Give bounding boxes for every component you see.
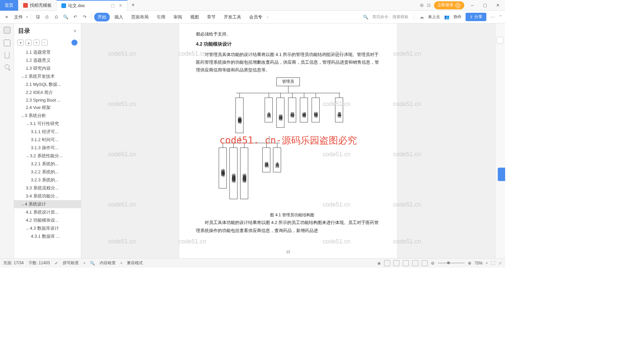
redo-icon[interactable]: ↷ bbox=[80, 13, 89, 21]
apps-icon[interactable]: ⊡ bbox=[427, 3, 431, 8]
cloud-icon[interactable]: ☁ bbox=[420, 14, 424, 19]
outline-remove[interactable]: − bbox=[42, 40, 48, 46]
status-page[interactable]: 页面: 17/34 bbox=[3, 260, 24, 266]
doc-paragraph-2: 对员工具体功能的设计结果将以图 4.2 所示的员工功能结构图来进行体现。员工对于… bbox=[196, 219, 380, 234]
zoom-out-icon[interactable]: ⊖ bbox=[431, 261, 434, 266]
outline-item[interactable]: ⌄3.1 可行性研究 bbox=[14, 120, 81, 128]
menu-section[interactable]: 章节 bbox=[204, 13, 219, 21]
menu-member[interactable]: 会员专 bbox=[246, 13, 266, 21]
outline-item[interactable]: ⌄2 系统开发技术 bbox=[14, 72, 81, 80]
search-rail-icon[interactable] bbox=[5, 64, 9, 69]
file-menu[interactable]: 文件 bbox=[12, 14, 25, 20]
outline-collapse-all[interactable]: ▾ bbox=[17, 40, 23, 46]
spell-check-icon[interactable]: ✔ bbox=[55, 261, 58, 266]
outline-item[interactable]: 4.3.1 数据库 ... bbox=[14, 232, 81, 240]
outline-item[interactable]: 1.2 选题意义 bbox=[14, 56, 81, 64]
outline-item[interactable]: ⌄3.2 系统性能分... bbox=[14, 152, 81, 160]
pages-icon[interactable] bbox=[4, 40, 10, 46]
status-compat[interactable]: 兼容模式 bbox=[127, 260, 143, 266]
bookmark-icon[interactable] bbox=[5, 52, 9, 58]
tab-layout-icon[interactable]: ▢ bbox=[111, 3, 115, 8]
view-mode-3[interactable] bbox=[403, 260, 409, 266]
view-mode-5[interactable] bbox=[422, 260, 428, 266]
menu-view[interactable]: 视图 bbox=[187, 13, 202, 21]
outline-close-icon[interactable]: ✕ bbox=[73, 28, 77, 34]
outline-item[interactable]: 3.4 系统功能分... bbox=[14, 192, 81, 200]
fit-icon[interactable]: ⛶ bbox=[491, 261, 495, 266]
document-area[interactable]: code51.cn code51.cn code51.cn code51.cn … bbox=[81, 23, 495, 258]
collab-icon[interactable]: 👥 bbox=[444, 14, 449, 19]
zoom-slider[interactable] bbox=[438, 263, 465, 264]
more-icon[interactable]: ⋯ bbox=[490, 14, 495, 19]
outline-item[interactable]: 3.1.2 时间可... bbox=[14, 136, 81, 144]
tab-document[interactable]: 论文.doc ▢ ✕ bbox=[57, 0, 127, 11]
search-input[interactable]: 查找命令、搜索模板 bbox=[372, 14, 409, 20]
content-check-icon[interactable]: 🔍 bbox=[90, 261, 95, 266]
outline-item[interactable]: 1.3 研究内容 bbox=[14, 64, 81, 72]
watermark-bg: code51.cn bbox=[393, 151, 421, 158]
tab-home[interactable]: 首页 bbox=[0, 0, 18, 11]
print-icon[interactable]: ⎙ bbox=[52, 13, 60, 21]
outline-item[interactable]: 3.1.3 操作可... bbox=[14, 144, 81, 152]
tab-add-button[interactable]: + bbox=[127, 2, 139, 9]
menu-layout[interactable]: 页面布局 bbox=[128, 13, 152, 21]
close-button[interactable]: ✕ bbox=[493, 1, 502, 10]
window-layout-icon[interactable]: ⊞ bbox=[420, 3, 424, 8]
outline-item[interactable]: 2.4 Vue 框架 bbox=[14, 104, 81, 112]
minimize-button[interactable]: ─ bbox=[468, 1, 477, 10]
outline-item[interactable]: 2.3 Spring Boot ... bbox=[14, 97, 81, 104]
menu-dev[interactable]: 开发工具 bbox=[220, 13, 245, 21]
tab-close-icon[interactable]: ✕ bbox=[119, 3, 122, 8]
eye-icon[interactable]: ◉ bbox=[377, 261, 381, 266]
outline-item[interactable]: 3.2.2 系统的... bbox=[14, 168, 81, 176]
view-mode-2[interactable] bbox=[393, 260, 399, 266]
outline-item[interactable]: 3.2.3 系统的... bbox=[14, 176, 81, 184]
outline-expand-all[interactable]: ▴ bbox=[25, 40, 32, 46]
right-tab-handle[interactable] bbox=[498, 168, 505, 181]
outline-item[interactable]: 4.1 系统设计原... bbox=[14, 208, 81, 216]
save-icon[interactable]: 🖫 bbox=[34, 13, 42, 21]
status-content[interactable]: 内容检查 bbox=[100, 260, 116, 266]
outline-sync-icon[interactable] bbox=[71, 40, 77, 46]
zoom-value[interactable]: 70% bbox=[475, 261, 483, 266]
outline-add[interactable]: + bbox=[34, 40, 40, 46]
outline-icon[interactable] bbox=[4, 27, 10, 34]
collapse-ribbon-icon[interactable]: ⌃ bbox=[499, 14, 502, 19]
fullscreen-icon[interactable]: ⤢ bbox=[498, 261, 502, 266]
zoom-in-icon[interactable]: ⊕ bbox=[468, 261, 471, 266]
outline-item[interactable]: ⌄4.3 数据库设计 bbox=[14, 224, 81, 232]
outline-item[interactable]: 3.3 系统流程分... bbox=[14, 184, 81, 192]
search-icon[interactable]: 🔍 bbox=[363, 14, 368, 19]
menu-start[interactable]: 开始 bbox=[94, 13, 110, 21]
outline-item[interactable]: ⌄3 系统分析 bbox=[14, 112, 81, 120]
menu-reference[interactable]: 引用 bbox=[153, 13, 169, 21]
maximize-button[interactable]: ▢ bbox=[480, 1, 490, 10]
outline-list[interactable]: 1.1 选题背景1.2 选题意义1.3 研究内容⌄2 系统开发技术2.1 MyS… bbox=[14, 47, 81, 258]
view-mode-4[interactable] bbox=[412, 260, 418, 266]
outline-item[interactable]: 4.2 功能模块设... bbox=[14, 216, 81, 224]
diagram-node: 个人信息 bbox=[265, 98, 273, 122]
outline-item[interactable]: ⌄4 系统设计 bbox=[14, 200, 81, 208]
outline-item[interactable]: 3.2.1 系统的... bbox=[14, 160, 81, 168]
tab-template-label: 找稻壳模板 bbox=[30, 2, 52, 8]
outline-item[interactable]: 2.1 MySQL 数据... bbox=[14, 80, 81, 89]
status-words[interactable]: 字数: 11403 bbox=[29, 260, 50, 266]
share-button[interactable]: ⇧ 分享 bbox=[466, 13, 486, 21]
menu-insert[interactable]: 插入 bbox=[111, 13, 126, 21]
view-mode-1[interactable] bbox=[384, 260, 390, 266]
outline-item[interactable]: 2.2 IDEA 简介 bbox=[14, 89, 81, 97]
collapse-panel-icon[interactable] bbox=[496, 37, 503, 44]
preview-icon[interactable]: 🔍 bbox=[62, 13, 70, 21]
status-spell[interactable]: 拼写检查 bbox=[63, 260, 79, 266]
collab-label[interactable]: 协作 bbox=[453, 14, 462, 20]
undo-icon[interactable]: ↶ bbox=[71, 13, 79, 21]
menu-icon[interactable]: ≡ bbox=[3, 13, 11, 21]
tab-document-label: 论文.doc bbox=[68, 3, 85, 9]
login-button[interactable]: 立即登录 bbox=[434, 1, 464, 9]
tab-template[interactable]: 找稻壳模板 bbox=[18, 0, 57, 11]
menu-review[interactable]: 审阅 bbox=[170, 13, 185, 21]
outline-item[interactable]: 3.1.1 经济可... bbox=[14, 128, 81, 136]
outline-item[interactable]: 1.1 选题背景 bbox=[14, 48, 81, 56]
outline-tools: ▾ ▴ + − bbox=[14, 38, 81, 47]
export-icon[interactable]: ⎙ bbox=[43, 13, 51, 21]
